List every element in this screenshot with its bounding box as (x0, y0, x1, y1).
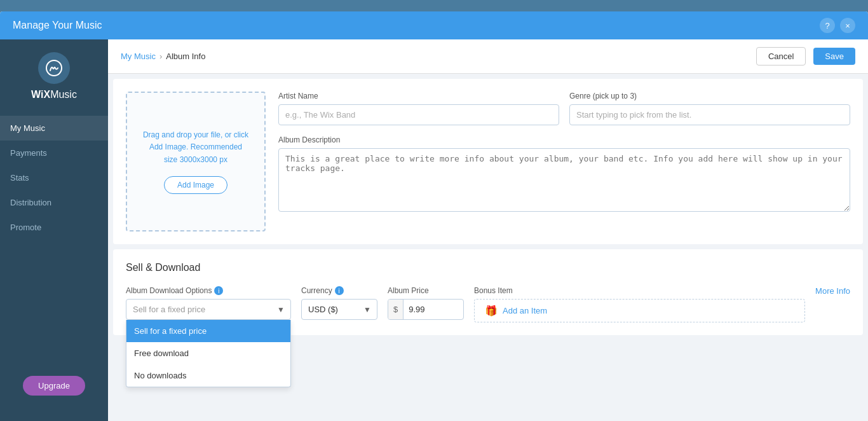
album-info-section: Drag and drop your file, or clickAdd Ima… (113, 79, 863, 244)
sidebar-upgrade: Upgrade (23, 376, 85, 396)
album-price-label: Album Price (388, 286, 464, 295)
modal-body: WiXMusic My Music Payments Stats Distrib… (0, 39, 868, 421)
header-actions: Cancel Save (756, 47, 855, 66)
dropdown-select-display[interactable]: Sell for a fixed price (126, 299, 291, 320)
logo-icon (38, 52, 70, 84)
currency-dropdown: USD ($) ▼ (301, 299, 377, 320)
sidebar-logo: WiXMusic (31, 52, 77, 100)
currency-info-icon[interactable]: i (335, 286, 344, 295)
modal-title: Manage Your Music (13, 20, 102, 31)
add-bonus-item-button[interactable]: 🎁 Add an Item (474, 299, 805, 322)
download-options-field: Album Download Options i Sell for a fixe… (126, 286, 291, 320)
sidebar-nav: My Music Payments Stats Distribution Pro… (0, 116, 108, 240)
download-options-info-icon[interactable]: i (214, 286, 223, 295)
description-label: Album Description (278, 135, 850, 144)
price-input[interactable] (403, 300, 454, 319)
modal: Manage Your Music ? × WiXMusic (0, 11, 868, 421)
artist-name-input[interactable] (278, 104, 559, 125)
artist-name-label: Artist Name (278, 92, 559, 100)
sell-section-title: Sell & Download (126, 262, 850, 273)
album-top: Drag and drop your file, or clickAdd Ima… (126, 92, 850, 231)
sell-section: Sell & Download Album Download Options i… (113, 249, 863, 335)
bonus-item-label: Bonus Item (474, 286, 805, 295)
currency-field: Currency i USD ($) ▼ (301, 286, 377, 320)
breadcrumb: My Music › Album Info (121, 52, 205, 61)
genre-input[interactable] (569, 104, 850, 125)
sidebar-item-stats[interactable]: Stats (0, 165, 108, 190)
more-info-container: More Info (815, 286, 850, 297)
price-field: Album Price $ (388, 286, 464, 320)
genre-field: Genre (pick up to 3) (569, 92, 850, 125)
top-fields-row: Artist Name Genre (pick up to 3) (278, 92, 850, 125)
sidebar-item-my-music[interactable]: My Music (0, 116, 108, 141)
album-fields: Artist Name Genre (pick up to 3) Album D… (278, 92, 850, 231)
cancel-button[interactable]: Cancel (756, 47, 806, 66)
currency-select[interactable]: USD ($) (301, 299, 377, 320)
price-input-container: $ (388, 299, 464, 320)
content-scroll: Drag and drop your file, or clickAdd Ima… (108, 74, 868, 421)
description-textarea[interactable] (278, 148, 850, 212)
breadcrumb-link[interactable]: My Music (121, 52, 156, 61)
image-upload-text: Drag and drop your file, or clickAdd Ima… (133, 129, 259, 166)
genre-label: Genre (pick up to 3) (569, 92, 850, 100)
bonus-item-field: Bonus Item 🎁 Add an Item (474, 286, 805, 322)
download-options-label: Album Download Options i (126, 286, 291, 295)
dropdown-option-no-downloads[interactable]: No downloads (126, 364, 290, 387)
more-info-link[interactable]: More Info (815, 286, 850, 296)
modal-header: Manage Your Music ? × (0, 11, 868, 39)
dropdown-option-free-download[interactable]: Free download (126, 342, 290, 364)
breadcrumb-separator: › (159, 52, 162, 61)
modal-header-actions: ? × (820, 18, 855, 33)
dropdown-option-fixed-price[interactable]: Sell for a fixed price (126, 320, 290, 342)
download-options-dropdown: Sell for a fixed price ▼ Sell for a fixe… (126, 299, 291, 320)
currency-label: Currency i (301, 286, 377, 295)
sell-options-row: Album Download Options i Sell for a fixe… (126, 286, 850, 322)
artist-name-field: Artist Name (278, 92, 559, 125)
close-button[interactable]: × (840, 18, 855, 33)
image-upload-area[interactable]: Drag and drop your file, or clickAdd Ima… (126, 92, 266, 231)
help-button[interactable]: ? (820, 18, 835, 33)
sidebar-item-distribution[interactable]: Distribution (0, 190, 108, 215)
logo-text: WiXMusic (31, 89, 77, 100)
sidebar: WiXMusic My Music Payments Stats Distrib… (0, 39, 108, 421)
description-field: Album Description (278, 135, 850, 231)
gift-icon: 🎁 (485, 305, 498, 317)
save-button[interactable]: Save (813, 48, 855, 65)
breadcrumb-current: Album Info (166, 52, 205, 61)
upgrade-button[interactable]: Upgrade (23, 376, 85, 396)
sidebar-item-promote[interactable]: Promote (0, 215, 108, 240)
price-symbol: $ (388, 300, 403, 319)
content-area: My Music › Album Info Cancel Save (108, 39, 868, 421)
sidebar-item-payments[interactable]: Payments (0, 141, 108, 165)
dropdown-options-list: Sell for a fixed price Free download No … (126, 320, 291, 387)
add-image-button[interactable]: Add Image (164, 176, 227, 194)
content-header: My Music › Album Info Cancel Save (108, 39, 868, 74)
